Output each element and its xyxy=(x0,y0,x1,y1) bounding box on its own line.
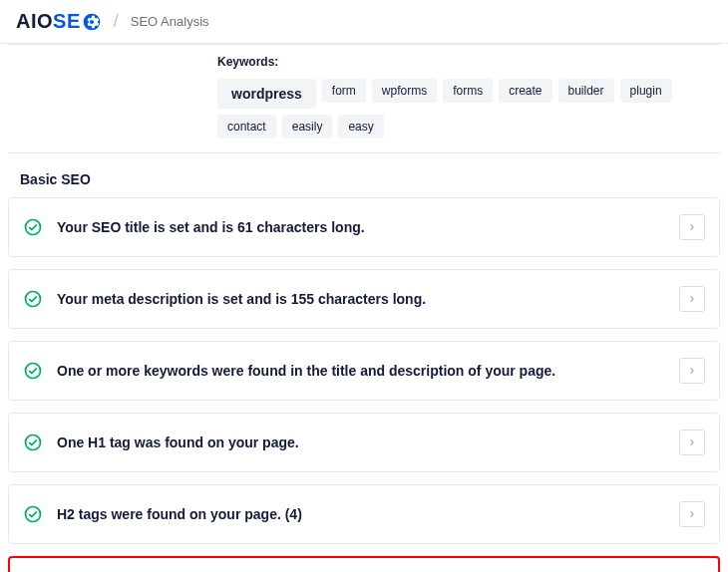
check-row[interactable]: Your SEO title is set and is 61 characte… xyxy=(8,197,720,257)
expand-button[interactable] xyxy=(679,358,705,384)
svg-point-2 xyxy=(26,292,41,307)
keywords-section: Keywords: wordpress form wpforms forms c… xyxy=(8,44,720,153)
keyword-tag[interactable]: easily xyxy=(282,115,333,139)
breadcrumb: SEO Analysis xyxy=(131,14,209,29)
svg-point-5 xyxy=(26,507,41,522)
content: Keywords: wordpress form wpforms forms c… xyxy=(0,44,728,572)
app-header: AIOSE / SEO Analysis xyxy=(0,0,728,44)
check-circle-icon xyxy=(23,504,43,524)
logo-text-se: SE xyxy=(53,10,81,33)
check-row[interactable]: One H1 tag was found on your page. xyxy=(8,413,720,472)
chevron-right-icon xyxy=(687,505,697,523)
keyword-tag[interactable]: form xyxy=(322,79,366,103)
keyword-tag[interactable]: easy xyxy=(338,115,383,139)
check-circle-icon xyxy=(23,289,43,309)
keyword-tag[interactable]: builder xyxy=(558,79,614,103)
check-message: One or more keywords were found in the t… xyxy=(57,363,669,379)
breadcrumb-divider: / xyxy=(114,11,119,32)
chevron-right-icon xyxy=(687,218,697,236)
check-row[interactable]: One or more keywords were found in the t… xyxy=(8,341,720,401)
keyword-tag[interactable]: create xyxy=(499,79,551,103)
expand-button[interactable] xyxy=(679,501,705,527)
chevron-right-icon xyxy=(687,290,697,308)
check-message: H2 tags were found on your page. (4) xyxy=(57,506,669,522)
keyword-primary[interactable]: wordpress xyxy=(217,79,316,109)
logo: AIOSE xyxy=(16,10,102,33)
logo-text-aio: AIO xyxy=(16,10,53,33)
check-message: One H1 tag was found on your page. xyxy=(57,434,669,450)
check-circle-icon xyxy=(23,217,43,237)
svg-point-4 xyxy=(26,435,41,450)
keywords-label: Keywords: xyxy=(217,55,710,69)
check-row[interactable]: H2 tags were found on your page. (4) xyxy=(8,484,720,544)
check-row[interactable]: Some images on your page have no alt att… xyxy=(8,556,720,572)
keyword-tag[interactable]: wpforms xyxy=(372,79,437,103)
gear-icon xyxy=(82,12,102,32)
chevron-right-icon xyxy=(687,433,697,451)
check-message: Your SEO title is set and is 61 characte… xyxy=(57,219,669,235)
expand-button[interactable] xyxy=(679,429,705,455)
check-row[interactable]: Your meta description is set and is 155 … xyxy=(8,269,720,329)
check-message: Your meta description is set and is 155 … xyxy=(57,291,669,307)
svg-point-1 xyxy=(26,220,41,235)
section-title: Basic SEO xyxy=(20,171,720,187)
expand-button[interactable] xyxy=(679,286,705,312)
keyword-tag[interactable]: forms xyxy=(443,79,493,103)
keyword-tag[interactable]: plugin xyxy=(620,79,672,103)
check-circle-icon xyxy=(23,361,43,381)
svg-point-3 xyxy=(26,364,41,379)
keyword-tag[interactable]: contact xyxy=(217,115,276,139)
expand-button[interactable] xyxy=(679,214,705,240)
chevron-right-icon xyxy=(687,362,697,380)
check-circle-icon xyxy=(23,432,43,452)
